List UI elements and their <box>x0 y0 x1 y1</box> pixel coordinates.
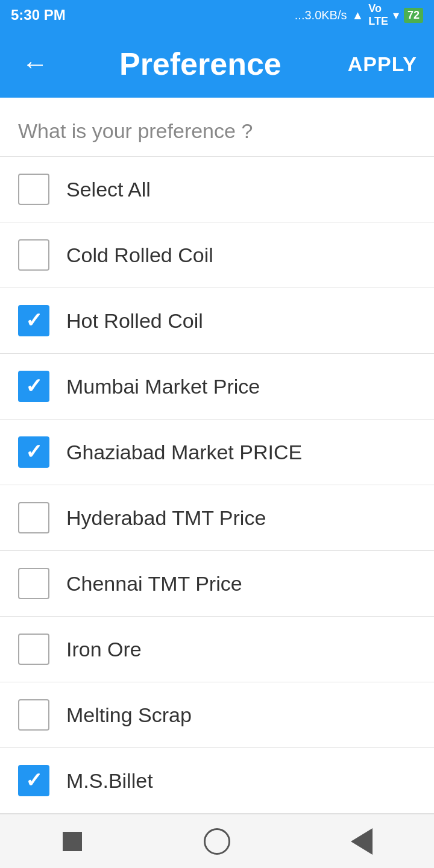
label-chennai-tmt-price: Chennai TMT Price <box>66 572 242 596</box>
label-select-all: Select All <box>66 178 151 201</box>
list-item-mumbai-market-price[interactable]: ✓Mumbai Market Price <box>0 354 434 420</box>
checkbox-ghaziabad-market-price: ✓ <box>18 436 49 468</box>
label-melting-scrap: Melting Scrap <box>66 703 192 727</box>
preference-question: What is your preference ? <box>0 98 434 156</box>
app-bar: ← Preference APPLY <box>0 30 434 98</box>
list-item-cold-rolled-coil[interactable]: Cold Rolled Coil <box>0 222 434 288</box>
list-item-iron-ore[interactable]: Iron Ore <box>0 617 434 682</box>
list-item-select-all[interactable]: Select All <box>0 156 434 222</box>
checkbox-mumbai-market-price: ✓ <box>18 371 49 402</box>
home-icon <box>204 828 230 855</box>
label-ms-billet: M.S.Billet <box>66 769 153 793</box>
nav-recent-button[interactable] <box>48 820 96 863</box>
status-bar: 5:30 PM ...3.0KB/s ▲ VoLTE ▾ 72 <box>0 0 434 30</box>
nav-back-button[interactable] <box>338 820 386 863</box>
checkbox-hyderabad-tmt-price <box>18 502 49 533</box>
status-time: 5:30 PM <box>11 7 66 24</box>
back-button[interactable]: ← <box>17 44 53 84</box>
label-mumbai-market-price: Mumbai Market Price <box>66 375 260 398</box>
app-bar-title: Preference <box>119 46 281 82</box>
checkbox-select-all <box>18 174 49 205</box>
list-item-melting-scrap[interactable]: Melting Scrap <box>0 682 434 748</box>
wifi-icon: ▾ <box>393 8 399 22</box>
label-ghaziabad-market-price: Ghaziabad Market PRICE <box>66 441 302 464</box>
checkbox-iron-ore <box>18 634 49 665</box>
preference-list: Select AllCold Rolled Coil✓Hot Rolled Co… <box>0 156 434 814</box>
checkbox-melting-scrap <box>18 699 49 731</box>
checkbox-ms-billet: ✓ <box>18 765 49 796</box>
back-icon <box>351 828 373 855</box>
label-hyderabad-tmt-price: Hyderabad TMT Price <box>66 506 266 530</box>
apply-button[interactable]: APPLY <box>348 52 417 76</box>
list-item-ghaziabad-market-price[interactable]: ✓Ghaziabad Market PRICE <box>0 420 434 485</box>
checkbox-hot-rolled-coil: ✓ <box>18 305 49 336</box>
list-item-ms-billet[interactable]: ✓M.S.Billet <box>0 748 434 814</box>
battery-icon: 72 <box>404 8 423 23</box>
label-iron-ore: Iron Ore <box>66 638 142 661</box>
label-hot-rolled-coil: Hot Rolled Coil <box>66 309 203 333</box>
preference-content: What is your preference ? Select AllCold… <box>0 98 434 814</box>
network-speed: ...3.0KB/s <box>295 8 347 22</box>
checkbox-cold-rolled-coil <box>18 239 49 271</box>
signal-icon: ▲ <box>352 8 364 22</box>
navigation-bar <box>0 814 434 868</box>
label-cold-rolled-coil: Cold Rolled Coil <box>66 244 213 267</box>
list-item-hot-rolled-coil[interactable]: ✓Hot Rolled Coil <box>0 288 434 354</box>
recent-apps-icon <box>63 832 82 851</box>
nav-home-button[interactable] <box>193 820 241 863</box>
lte-icon: VoLTE <box>368 2 388 28</box>
list-item-hyderabad-tmt-price[interactable]: Hyderabad TMT Price <box>0 485 434 551</box>
status-icons: ...3.0KB/s ▲ VoLTE ▾ 72 <box>295 2 423 28</box>
checkbox-chennai-tmt-price <box>18 568 49 599</box>
list-item-chennai-tmt-price[interactable]: Chennai TMT Price <box>0 551 434 617</box>
